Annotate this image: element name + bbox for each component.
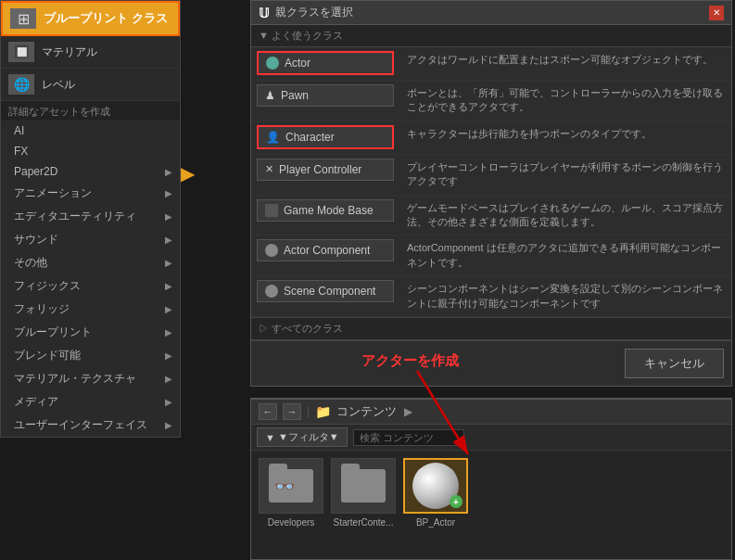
character-description: キャラクターは歩行能力を持つポーンのタイプです。 xyxy=(399,121,731,146)
actor-class-button[interactable]: Actor xyxy=(257,51,394,75)
pawn-description: ポーンとは、「所有」可能で、コントローラーからの入力を受け取ることができるアクタ… xyxy=(399,81,731,121)
material-label: マテリアル xyxy=(42,45,97,60)
class-row-player-controller: ✕ Player Controller プレイヤーコントローラはプレイヤーが利用… xyxy=(251,155,731,196)
sidebar-item-sound[interactable]: サウンド ▶ xyxy=(1,228,180,251)
menu-item-material[interactable]: 🔲 マテリアル xyxy=(1,36,180,69)
class-row-actor: Actor アクタはワールドに配置またはスポーン可能なオブジェクトです。 xyxy=(251,47,731,81)
class-row-character: 👤 Character キャラクターは歩行能力を持つポーンのタイプです。 xyxy=(251,121,731,155)
level-label: レベル xyxy=(42,77,75,93)
arrow-icon: ▶ xyxy=(165,304,172,314)
content-area: 👓 Developers StarterConte... + BP_Actor xyxy=(251,451,731,535)
dialog-title-area: 𝕌 親クラスを選択 xyxy=(259,5,353,20)
arrow-icon: ▶ xyxy=(165,211,172,222)
dialog-titlebar: 𝕌 親クラスを選択 ✕ xyxy=(251,1,731,25)
sidebar-item-blueprint[interactable]: ブループリント ▶ xyxy=(1,321,180,344)
actor-component-class-button[interactable]: Actor Component xyxy=(257,239,394,261)
dialog-title-text: 親クラスを選択 xyxy=(275,5,353,20)
parent-class-dialog: 𝕌 親クラスを選択 ✕ ▼ よく使うクラス Actor アクタはワールドに配置ま… xyxy=(250,0,732,387)
left-menu: ⊞ ブループリント クラス 🔲 マテリアル 🌐 レベル 詳細なアセットを作成 A… xyxy=(0,0,181,438)
sidebar-item-media[interactable]: メディア ▶ xyxy=(1,390,180,414)
menu-item-blueprint-class[interactable]: ⊞ ブループリント クラス xyxy=(1,1,180,36)
sidebar-item-material-texture[interactable]: マテリアル・テクスチャ ▶ xyxy=(1,367,180,390)
filter-button[interactable]: ▼ ▼フィルタ▼ xyxy=(257,427,348,447)
common-classes-header: ▼ よく使うクラス xyxy=(251,25,731,47)
sidebar-item-animation[interactable]: アニメーション ▶ xyxy=(1,182,180,205)
arrow-icon: ▶ xyxy=(165,327,172,337)
scene-component-description: シーンコンポーネントはシーン変換を設定して別のシーンコンポーネントに親子付け可能… xyxy=(399,276,731,316)
player-controller-button-area: ✕ Player Controller xyxy=(251,155,399,185)
sidebar-item-blendable[interactable]: ブレンド可能 ▶ xyxy=(1,344,180,367)
scene-component-class-button[interactable]: Scene Component xyxy=(257,280,394,302)
arrow-icon: ▶ xyxy=(165,167,172,177)
pawn-class-button[interactable]: ♟ Pawn xyxy=(257,84,394,107)
starter-content-label: StarterConte... xyxy=(333,517,393,528)
player-controller-description: プレイヤーコントローラはプレイヤーが利用するポーンの制御を行うアクタです xyxy=(399,155,731,195)
arrow-icon: ▶ xyxy=(165,350,172,361)
character-class-button[interactable]: 👤 Character xyxy=(257,125,394,149)
folder-icon: 📁 xyxy=(315,404,331,419)
sidebar-item-fx[interactable]: FX xyxy=(1,141,180,161)
blueprint-class-label: ブループリント クラス xyxy=(44,10,168,27)
content-browser-titlebar: ← → | 📁 コンテンツ ▶ xyxy=(251,400,731,425)
menu-item-level[interactable]: 🌐 レベル xyxy=(1,69,180,101)
actor-create-annotation: アクターを作成 xyxy=(361,352,459,370)
game-mode-icon xyxy=(265,204,278,217)
path-arrow: ▶ xyxy=(404,405,412,418)
asset-developers[interactable]: 👓 Developers xyxy=(259,458,323,528)
content-browser-toolbar: ▼ ▼フィルタ▼ xyxy=(251,425,731,451)
arrow-icon: ▶ xyxy=(165,281,172,291)
arrow-icon: ▶ xyxy=(165,397,172,407)
asset-bp-actor[interactable]: + BP_Actor xyxy=(403,458,468,528)
developers-thumbnail: 👓 xyxy=(259,458,323,514)
game-mode-button-area: Game Mode Base xyxy=(251,196,399,225)
sidebar-item-ai[interactable]: AI xyxy=(1,121,180,141)
game-mode-class-button[interactable]: Game Mode Base xyxy=(257,199,394,222)
back-button[interactable]: ← xyxy=(259,403,277,420)
cancel-button[interactable]: キャンセル xyxy=(625,349,724,378)
sidebar-item-paper2d[interactable]: Paper2D ▶ xyxy=(1,161,180,182)
sidebar-item-other[interactable]: その他 ▶ xyxy=(1,251,180,274)
bp-actor-thumbnail: + xyxy=(403,458,468,514)
starter-content-thumbnail xyxy=(331,458,396,514)
menu-arrow-annotation: ▶ xyxy=(181,162,195,185)
pawn-class-icon: ♟ xyxy=(265,89,275,102)
player-controller-class-button[interactable]: ✕ Player Controller xyxy=(257,159,394,181)
sidebar-item-foliage[interactable]: フォリッジ ▶ xyxy=(1,298,180,321)
pawn-button-area: ♟ Pawn xyxy=(251,81,399,110)
content-browser-path: コンテンツ xyxy=(336,403,397,420)
forward-button[interactable]: → xyxy=(283,403,301,420)
scene-component-icon xyxy=(265,285,278,298)
actor-description: アクタはワールドに配置またはスポーン可能なオブジェクトです。 xyxy=(399,47,731,72)
class-row-pawn: ♟ Pawn ポーンとは、「所有」可能で、コントローラーからの入力を受け取ること… xyxy=(251,81,731,121)
actor-component-button-area: Actor Component xyxy=(251,235,399,265)
all-classes-section[interactable]: ▷ すべてのクラス xyxy=(251,317,731,340)
sidebar-item-physics[interactable]: フィジックス ▶ xyxy=(1,274,180,298)
plus-badge: + xyxy=(450,495,463,508)
bp-actor-label: BP_Actor xyxy=(416,517,455,528)
level-icon: 🌐 xyxy=(8,74,34,95)
dialog-close-button[interactable]: ✕ xyxy=(709,6,724,20)
filter-icon: ▼ xyxy=(265,432,275,443)
material-icon: 🔲 xyxy=(8,42,34,62)
actor-button-area: Actor xyxy=(251,47,399,79)
search-input[interactable] xyxy=(353,429,464,446)
actor-component-icon xyxy=(265,244,278,257)
character-button-area: 👤 Character xyxy=(251,121,399,153)
section-label-detail: 詳細なアセットを作成 xyxy=(1,101,180,121)
developers-label: Developers xyxy=(268,517,315,528)
scene-component-button-area: Scene Component xyxy=(251,276,399,306)
character-class-icon: 👤 xyxy=(266,131,280,144)
sidebar-item-ui[interactable]: ユーザーインターフェイス ▶ xyxy=(1,414,180,437)
class-row-scene-component: Scene Component シーンコンポーネントはシーン変換を設定して別のシ… xyxy=(251,276,731,317)
asset-starter-content[interactable]: StarterConte... xyxy=(331,458,396,528)
content-browser: ← → | 📁 コンテンツ ▶ ▼ ▼フィルタ▼ 👓 Developers xyxy=(250,398,732,560)
arrow-icon: ▶ xyxy=(165,188,172,198)
path-separator: | xyxy=(307,405,310,418)
arrow-icon: ▶ xyxy=(165,235,172,245)
folder-shape: 👓 xyxy=(269,469,313,503)
class-row-game-mode: Game Mode Base ゲームモードベースはプレイされるゲームの、ルール、… xyxy=(251,196,731,236)
arrow-icon: ▶ xyxy=(165,420,172,430)
folder-shape-2 xyxy=(341,469,386,503)
sidebar-item-editor-utility[interactable]: エディタユーティリティ ▶ xyxy=(1,205,180,228)
class-row-actor-component: Actor Component ActorComponent は任意のアクタに追… xyxy=(251,235,731,276)
